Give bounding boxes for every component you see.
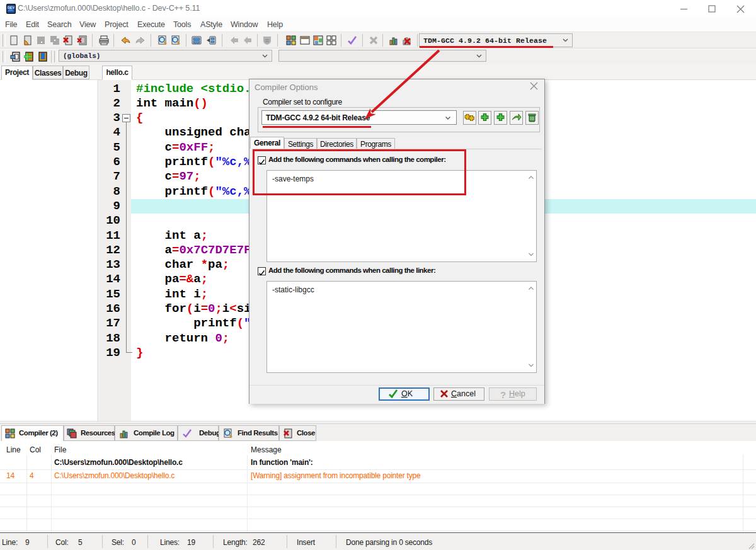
svg-text:DEV: DEV <box>8 6 15 9</box>
